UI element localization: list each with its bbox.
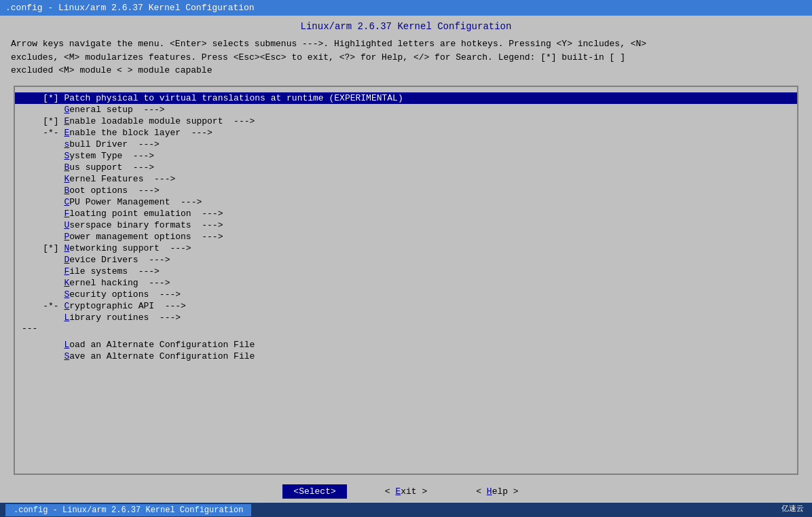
menu-item-loadable-module[interactable]: [*] Enable loadable module support --->	[15, 115, 797, 127]
menu-area[interactable]: [*] Patch physical to virtual translatio…	[14, 86, 798, 476]
menu-item-kernel-features[interactable]: Kernel Features --->	[15, 173, 797, 185]
hotkey-boot-options: B	[64, 185, 69, 196]
help-text: Arrow keys navigate the menu. <Enter> se…	[0, 35, 812, 80]
menu-item-userspace-binary[interactable]: Userspace binary formats --->	[15, 219, 797, 231]
hotkey-cpu-power: C	[64, 197, 69, 207]
menu-item-block-layer[interactable]: -*- Enable the block layer --->	[15, 127, 797, 139]
hotkey-security-options: S	[64, 289, 69, 300]
menu-item-power-management[interactable]: Power management options --->	[15, 231, 797, 243]
hotkey-floating-point: F	[64, 209, 69, 219]
menu-item-library-routines[interactable]: Library routines --->	[15, 312, 797, 323]
exit-button[interactable]: < Exit >	[374, 484, 438, 499]
select-button[interactable]: <Select>	[282, 484, 346, 499]
menu-item-save-config[interactable]: Save an Alternate Configuration File	[15, 351, 797, 362]
menu-item-device-drivers[interactable]: Device Drivers --->	[15, 254, 797, 266]
hotkey-networking: N	[64, 243, 69, 253]
hotkey-loadable-module: E	[64, 116, 69, 126]
menu-item-boot-options[interactable]: Boot options --->	[15, 185, 797, 196]
hotkey-save-config: S	[64, 351, 69, 361]
menu-item-cryptographic[interactable]: -*- Cryptographic API --->	[15, 300, 797, 312]
center-title: Linux/arm 2.6.37 Kernel Configuration	[0, 16, 812, 35]
hotkey-block-layer: E	[64, 128, 69, 138]
menu-item-system-type[interactable]: System Type --->	[15, 150, 797, 162]
menu-item-file-systems[interactable]: File systems --->	[15, 266, 797, 277]
help-button[interactable]: < Help >	[465, 484, 529, 499]
hotkey-kernel-hacking: K	[64, 278, 69, 288]
main-window: Linux/arm 2.6.37 Kernel Configuration Ar…	[0, 16, 812, 503]
hotkey-cryptographic: C	[64, 301, 69, 311]
hotkey-library-routines: L	[64, 313, 69, 323]
menu-item-cpu-power[interactable]: CPU Power Management --->	[15, 196, 797, 208]
hotkey-file-systems: F	[64, 266, 69, 277]
hotkey-bus-support: B	[64, 162, 69, 173]
menu-item-general-setup[interactable]: General setup --->	[15, 104, 797, 115]
hotkey-userspace-binary: U	[64, 220, 69, 230]
menu-item-patch-physical[interactable]: [*] Patch physical to virtual translatio…	[15, 92, 797, 104]
hotkey-power-management: P	[64, 232, 69, 242]
taskbar: .config - Linux/arm 2.6.37 Kernel Config…	[0, 503, 812, 517]
menu-item-bus-support[interactable]: Bus support --->	[15, 162, 797, 173]
hotkey-load-config: L	[64, 340, 69, 350]
menu-item-networking[interactable]: [*] Networking support --->	[15, 243, 797, 254]
hotkey-sbull-driver: s	[64, 139, 69, 149]
menu-item-load-config[interactable]: Load an Alternate Configuration File	[15, 339, 797, 351]
separator: ---	[15, 323, 797, 334]
bottom-bar: <Select> < Exit > < Help >	[0, 480, 812, 503]
hotkey-device-drivers: D	[64, 255, 69, 265]
title-bar: .config - Linux/arm 2.6.37 Kernel Config…	[0, 0, 812, 16]
menu-item-floating-point[interactable]: Floating point emulation --->	[15, 208, 797, 219]
menu-item-sbull-driver[interactable]: sbull Driver --->	[15, 139, 797, 150]
title-text: .config - Linux/arm 2.6.37 Kernel Config…	[5, 3, 255, 13]
watermark: 亿速云	[779, 503, 807, 514]
menu-item-security-options[interactable]: Security options --->	[15, 289, 797, 300]
menu-item-kernel-hacking[interactable]: Kernel hacking --->	[15, 277, 797, 289]
hotkey-general-setup: G	[64, 105, 69, 115]
hotkey-system-type: S	[64, 151, 69, 161]
taskbar-item[interactable]: .config - Linux/arm 2.6.37 Kernel Config…	[5, 504, 251, 516]
hotkey-kernel-features: K	[64, 174, 69, 184]
